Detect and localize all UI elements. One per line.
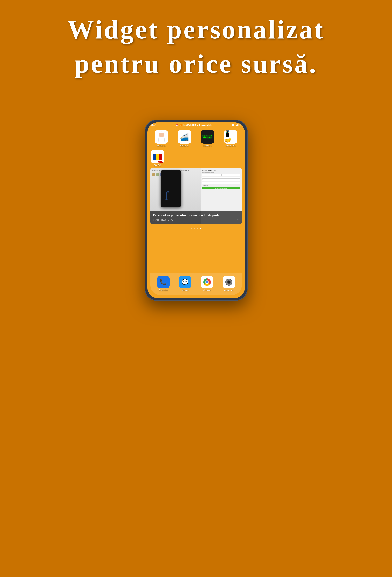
battery-icon bbox=[232, 124, 236, 126]
phone-hands: 📱🤝 bbox=[224, 130, 237, 144]
fb-reenter-input bbox=[202, 179, 240, 181]
alarm-icon: ⏰ bbox=[176, 124, 178, 126]
mesaje-icon: 💬 bbox=[179, 276, 191, 288]
nurse-body bbox=[158, 138, 165, 142]
flag-blue bbox=[153, 154, 155, 160]
page-dot-1[interactable] bbox=[191, 227, 192, 229]
app-item-gaming[interactable]: im just a nerd...IM A GAMER Gaming i.. bbox=[197, 130, 218, 147]
nurse-head bbox=[159, 132, 164, 138]
fb-surname-input bbox=[221, 174, 240, 176]
dock-item-chrome[interactable]: Chrome bbox=[201, 276, 213, 291]
app-label-invata: Invata Ge.. bbox=[226, 144, 236, 147]
carrier1: Digi.Mobil 3G bbox=[183, 124, 196, 126]
tehnici-icon bbox=[155, 130, 168, 144]
dock-item-camera[interactable]: Aparat fo.. bbox=[223, 276, 235, 291]
fb-firstname-input bbox=[202, 174, 221, 176]
gaming-icon: im just a nerd...IM A GAMER bbox=[201, 130, 214, 144]
camera-icon bbox=[223, 276, 235, 288]
status-time: 0:27 bbox=[151, 124, 156, 127]
app-item-mersul[interactable]: 🚄 Mersul tr.. bbox=[174, 130, 195, 147]
news-headline: Facebook ar putea introduce un nou tip d… bbox=[153, 213, 239, 217]
fb-gender: Female Male bbox=[202, 185, 240, 186]
fb-create-sub: It's free and always will be. bbox=[202, 172, 240, 173]
dock-label-chrome: Chrome bbox=[203, 289, 211, 291]
wifi-icon: 📶 bbox=[179, 124, 182, 126]
app-item-tehnici[interactable]: Tehnici d.. bbox=[151, 130, 172, 147]
train-emoji: 🚄 bbox=[180, 133, 189, 141]
signal-bars bbox=[197, 124, 200, 126]
phone-in-news-image bbox=[161, 170, 181, 207]
header-title: Widget personalizat pentru orice sursă. bbox=[16, 12, 376, 81]
news-overlay: Facebook ar putea introduce un nou tip d… bbox=[150, 211, 242, 224]
app-item-invata[interactable]: 📱🤝 Invata Ge.. bbox=[220, 130, 241, 147]
news-widget[interactable]: Facebook helps you connect and share wit… bbox=[150, 168, 242, 224]
dock-label-mesaje: Mesaje bbox=[182, 289, 188, 291]
flag-yellow bbox=[156, 154, 159, 160]
carrier2: Lycamobile bbox=[201, 124, 212, 126]
chrome-icon bbox=[201, 276, 213, 288]
app-label-mersul: Mersul tr.. bbox=[180, 144, 189, 147]
gaming-text: im just a nerd...IM A GAMER bbox=[202, 135, 213, 139]
avatar2 bbox=[156, 173, 159, 176]
bottom-dock: 📞 Truecaller 💬 Mesaje bbox=[150, 273, 242, 295]
battery-percentage: 50% bbox=[237, 124, 241, 126]
truecaller-symbol: 📞 bbox=[160, 279, 167, 286]
dock-item-truecaller[interactable]: 📞 Truecaller bbox=[157, 276, 170, 291]
news-expand-icon[interactable]: ⌃ bbox=[236, 218, 239, 222]
news-meta-info: 84/100+ Digi 24 / 12h bbox=[153, 219, 173, 221]
page-dot-4-active[interactable] bbox=[200, 227, 201, 229]
status-icons: ⏰ 📶 Digi.Mobil 3G Lycamobile bbox=[176, 124, 212, 126]
avatar1 bbox=[152, 173, 155, 176]
nurse-hat bbox=[160, 130, 163, 133]
stiri-icon: ȘTIRI bbox=[151, 150, 164, 163]
app-label-tehnici: Tehnici d.. bbox=[157, 144, 166, 147]
apps-grid-row2: ȘTIRI Stiri RO bbox=[147, 149, 245, 167]
news-meta-row: 84/100+ Digi 24 / 12h ⌃ bbox=[153, 218, 239, 222]
phone-screen: 0:27 ⏰ 📶 Digi.Mobil 3G Lycamobile 50% bbox=[147, 122, 245, 298]
header-section: Widget personalizat pentru orice sursă. bbox=[0, 12, 392, 81]
header-line2: pentru orice sursă. bbox=[74, 49, 318, 78]
camera-lens-inner bbox=[227, 281, 230, 284]
page-dots bbox=[147, 225, 245, 230]
app-label-gaming: Gaming i.. bbox=[203, 144, 212, 147]
fb-name-row bbox=[202, 174, 240, 176]
page-dot-3[interactable] bbox=[197, 227, 198, 229]
truecaller-icon: 📞 bbox=[157, 276, 170, 288]
fb-password-input bbox=[202, 182, 240, 184]
status-battery: 50% bbox=[232, 124, 241, 126]
mesaje-symbol: 💬 bbox=[181, 279, 189, 286]
phone-hands-emoji: 📱🤝 bbox=[224, 130, 237, 144]
page-dot-2[interactable] bbox=[194, 227, 195, 229]
phone-wrapper: 0:27 ⏰ 📶 Digi.Mobil 3G Lycamobile 50% bbox=[144, 119, 248, 301]
app-label-stiri: Stiri RO bbox=[154, 164, 161, 167]
signal-icon bbox=[197, 124, 200, 126]
dock-label-truecaller: Truecaller bbox=[159, 289, 168, 291]
flag-red bbox=[159, 154, 162, 160]
status-bar: 0:27 ⏰ 📶 Digi.Mobil 3G Lycamobile 50% bbox=[147, 122, 245, 128]
chrome-inner-circle bbox=[205, 281, 209, 284]
invata-icon: 📱🤝 bbox=[224, 130, 237, 144]
app-item-stiri[interactable]: ȘTIRI Stiri RO bbox=[151, 150, 164, 167]
chrome-circle bbox=[203, 278, 211, 286]
fb-create-btn[interactable]: Create an account bbox=[202, 187, 240, 189]
dock-label-camera: Aparat fo.. bbox=[224, 289, 233, 291]
apps-grid-row1: Tehnici d.. 🚄 Mersul tr.. im just a nerd… bbox=[147, 128, 245, 149]
phone-device: 0:27 ⏰ 📶 Digi.Mobil 3G Lycamobile 50% bbox=[144, 119, 248, 301]
camera-lens-outer bbox=[225, 279, 232, 286]
dock-item-mesaje[interactable]: 💬 Mesaje bbox=[179, 276, 191, 291]
stiri-label-overlay: ȘTIRI bbox=[158, 161, 163, 163]
mersul-icon: 🚄 bbox=[178, 130, 191, 144]
header-line1: Widget personalizat bbox=[67, 15, 324, 44]
fb-create-title: Create an account bbox=[202, 169, 240, 171]
fb-mobile-input bbox=[202, 177, 240, 179]
